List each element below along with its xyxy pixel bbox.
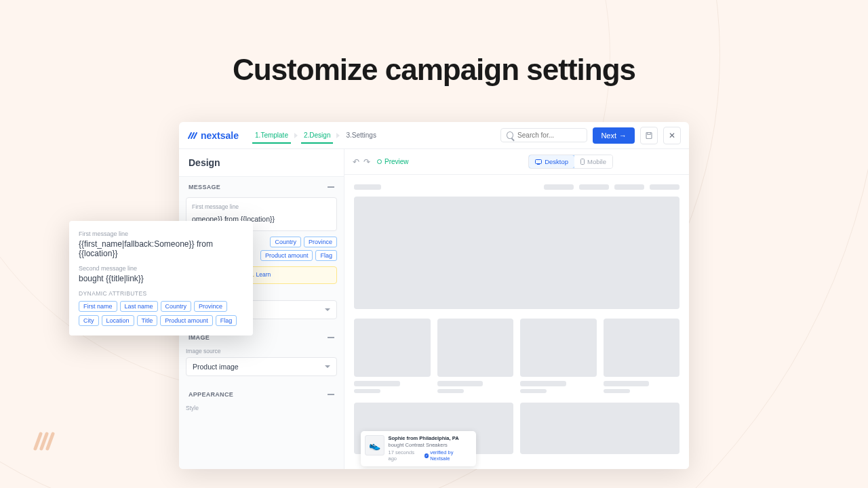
tag-country[interactable]: Country <box>161 301 192 312</box>
collapse-icon <box>328 394 334 395</box>
preview-canvas: 👟 Sophie from Philadelphia, PA bought Co… <box>344 175 689 469</box>
image-source-label: Image source <box>186 348 337 354</box>
image-source-select[interactable]: Product image <box>186 357 337 376</box>
collapse-icon <box>328 337 334 338</box>
tag-flag[interactable]: Flag <box>315 250 337 261</box>
tag-city[interactable]: City <box>79 315 99 326</box>
desktop-icon <box>535 159 542 165</box>
tag-country[interactable]: Country <box>270 237 301 247</box>
check-badge-icon: ✓ <box>425 453 429 458</box>
search-input[interactable] <box>500 128 587 142</box>
learn-link[interactable]: Learn <box>256 271 271 278</box>
popup-first-value[interactable]: {{first_name|fallback:Someone}} from {{l… <box>79 239 243 258</box>
tag-product-amount[interactable]: Product amount <box>260 250 313 261</box>
preview-dot-icon <box>377 159 382 164</box>
popup-second-value[interactable]: bought {{title|link}} <box>79 274 243 283</box>
tag-province[interactable]: Province <box>194 301 227 312</box>
tag-flag[interactable]: Flag <box>216 315 237 326</box>
popup-attrs-title: DYNAMIC ATTRIBUTES <box>79 290 243 297</box>
style-label: Style <box>186 405 337 411</box>
tag-product-amount[interactable]: Product amount <box>160 315 213 326</box>
popup-second-label: Second message line <box>79 265 243 272</box>
notif-product-image: 👟 <box>365 435 384 455</box>
tag-location[interactable]: Location <box>102 315 134 326</box>
collapse-icon <box>328 186 334 188</box>
notif-verified: ✓ verified by Nextsale <box>425 449 472 463</box>
design-title: Design <box>179 149 344 177</box>
brand-logo[interactable]: nextsale <box>187 130 239 141</box>
chevron-down-icon <box>325 365 330 368</box>
close-icon-button[interactable]: ✕ <box>663 127 681 144</box>
search-field[interactable] <box>517 131 581 139</box>
preview-label: Preview <box>377 158 409 165</box>
notif-title: Sophie from Philadelphia, PA <box>389 435 472 442</box>
redo-icon[interactable]: ↷ <box>363 157 370 167</box>
attributes-popup: First message line {{first_name|fallback… <box>69 221 253 336</box>
logo-icon <box>187 130 198 141</box>
section-appearance-head[interactable]: APPEARANCE <box>179 384 344 405</box>
brand-text: nextsale <box>201 130 239 141</box>
step-design[interactable]: 2.Design <box>297 127 337 143</box>
svg-rect-2 <box>581 159 585 165</box>
device-desktop[interactable]: Desktop <box>528 155 575 169</box>
notif-time: 17 seconds ago <box>389 449 422 463</box>
undo-icon[interactable]: ↶ <box>353 157 359 167</box>
notification-preview: 👟 Sophie from Philadelphia, PA bought Co… <box>361 431 476 466</box>
tag-last-name[interactable]: Last name <box>120 301 158 312</box>
mobile-icon <box>580 159 585 165</box>
svg-rect-1 <box>536 159 542 163</box>
search-icon <box>507 131 513 139</box>
chevron-down-icon <box>325 308 330 311</box>
device-mobile[interactable]: Mobile <box>574 155 612 168</box>
wizard-steps: 1.Template 2.Design 3.Settings <box>248 127 383 143</box>
step-template[interactable]: 1.Template <box>248 127 295 143</box>
topbar: nextsale 1.Template 2.Design 3.Settings … <box>179 122 689 149</box>
preview-area: ↶ ↷ Preview Desktop Mobile <box>344 149 689 469</box>
tag-title[interactable]: Title <box>137 315 158 326</box>
hero-title: Customize campaign settings <box>233 53 635 87</box>
section-message-head[interactable]: MESSAGE <box>179 177 344 197</box>
next-button[interactable]: Next → <box>593 127 635 144</box>
tag-province[interactable]: Province <box>304 237 337 247</box>
device-toggle: Desktop Mobile <box>528 155 613 169</box>
popup-first-label: First message line <box>79 230 243 237</box>
svg-rect-0 <box>646 132 652 138</box>
notif-subtitle: bought Contrast Sneakers <box>389 442 472 449</box>
tag-first-name[interactable]: First name <box>79 301 117 312</box>
watermark-icon <box>33 428 57 455</box>
app-window: nextsale 1.Template 2.Design 3.Settings … <box>179 122 689 469</box>
step-settings[interactable]: 3.Settings <box>339 127 382 143</box>
arrow-right-icon: → <box>619 131 627 140</box>
first-line-label: First message line <box>192 203 331 210</box>
save-icon-button[interactable] <box>640 127 658 144</box>
